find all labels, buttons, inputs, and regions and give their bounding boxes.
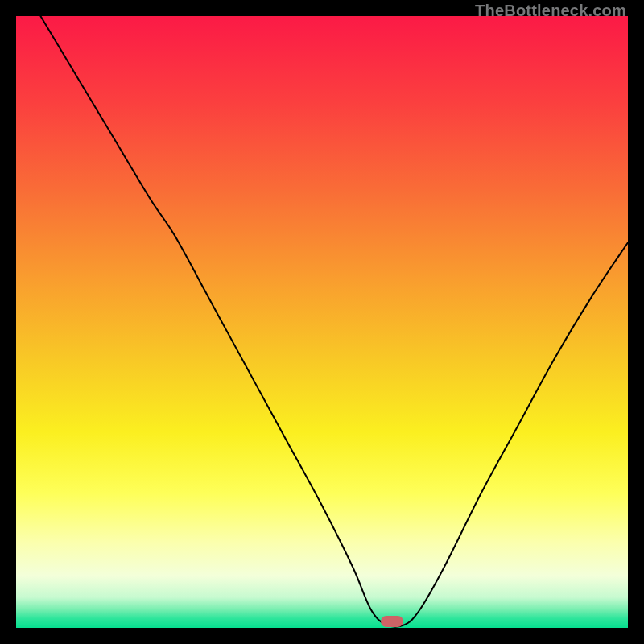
optimal-point-marker — [381, 616, 403, 627]
chart-frame: TheBottleneck.com — [0, 0, 644, 644]
bottleneck-curve — [16, 16, 628, 628]
watermark-text: TheBottleneck.com — [475, 2, 626, 20]
plot-area — [16, 16, 628, 628]
